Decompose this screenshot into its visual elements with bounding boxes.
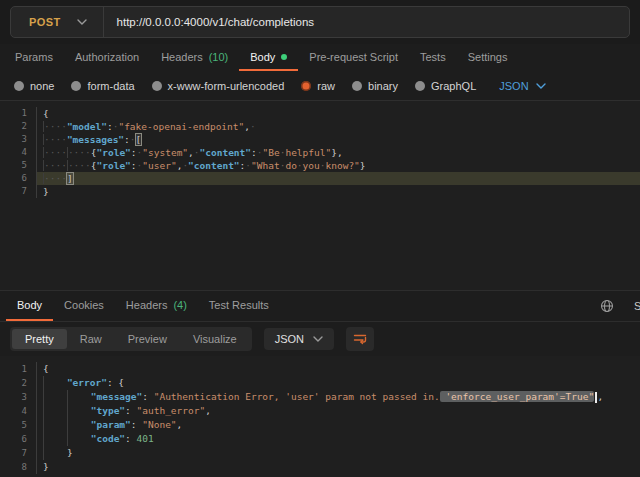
line-number: 3 xyxy=(0,133,36,146)
response-tab-label: Body xyxy=(17,299,42,311)
code-content: "param": "None", xyxy=(36,418,640,432)
line-number: 7 xyxy=(0,185,36,198)
body-type-graphql[interactable]: GraphQL xyxy=(415,80,476,92)
view-mode-switcher: PrettyRawPreviewVisualize xyxy=(10,327,252,351)
request-body-editor[interactable]: 1{2····"model":·"fake-openai-endpoint",·… xyxy=(0,100,640,290)
request-url-bar: POST http://0.0.0.0:4000/v1/chat/complet… xyxy=(0,0,640,44)
tab-count: (4) xyxy=(173,299,186,311)
chevron-down-icon xyxy=(536,83,546,89)
raw-language-select[interactable]: JSON xyxy=(499,80,545,92)
line-number: 4 xyxy=(0,404,36,418)
radio-icon xyxy=(301,81,311,91)
code-content: { xyxy=(36,362,640,376)
response-header: BodyCookiesHeaders(4)Test Results S xyxy=(0,290,640,322)
line-number: 5 xyxy=(0,418,36,432)
tab-label: Settings xyxy=(468,51,508,63)
body-type-raw[interactable]: raw xyxy=(301,80,335,92)
chevron-down-icon xyxy=(313,336,323,342)
view-mode-visualize[interactable]: Visualize xyxy=(180,329,250,349)
code-line: 6"code": 401 xyxy=(0,432,640,446)
view-mode-preview[interactable]: Preview xyxy=(115,329,180,349)
code-content: ········{"role":·"user",·"content":·"Wha… xyxy=(36,159,640,172)
radio-icon xyxy=(14,81,24,91)
response-language-label: JSON xyxy=(275,333,304,345)
view-mode-raw[interactable]: Raw xyxy=(67,329,115,349)
url-pill: POST http://0.0.0.0:4000/v1/chat/complet… xyxy=(10,6,630,38)
body-type-radios: noneform-datax-www-form-urlencodedrawbin… xyxy=(14,80,476,92)
line-number: 3 xyxy=(0,390,36,404)
tab-body[interactable]: Body xyxy=(239,44,298,71)
code-line: 7} xyxy=(0,446,640,460)
response-header-right xyxy=(600,291,634,321)
tab-label: Tests xyxy=(420,51,446,63)
tab-label: Authorization xyxy=(75,51,139,63)
code-content: } xyxy=(36,446,640,460)
code-line: 4········{"role":·"system",·"content":·"… xyxy=(0,146,640,159)
body-type-none[interactable]: none xyxy=(14,80,54,92)
radio-icon xyxy=(152,81,162,91)
code-content: ····"messages":·[ xyxy=(36,133,640,146)
line-number: 2 xyxy=(0,376,36,390)
response-tab-test-results[interactable]: Test Results xyxy=(198,291,280,321)
radio-icon xyxy=(352,81,362,91)
view-mode-pretty[interactable]: Pretty xyxy=(12,329,67,349)
tab-authorization[interactable]: Authorization xyxy=(64,44,150,71)
response-body-editor[interactable]: 1{2"error": {3"message": "Authentication… xyxy=(0,356,640,477)
code-line: 8} xyxy=(0,460,640,474)
body-type-label: form-data xyxy=(87,80,134,92)
tab-pre-request-script[interactable]: Pre-request Script xyxy=(298,44,409,71)
code-line: 2····"model":·"fake-openai-endpoint",· xyxy=(0,120,640,133)
response-tab-body[interactable]: Body xyxy=(6,291,53,321)
line-number: 5 xyxy=(0,159,36,172)
code-content: { xyxy=(36,107,640,120)
code-content: ····] xyxy=(36,172,640,185)
line-number: 2 xyxy=(0,120,36,133)
response-tab-label: Headers xyxy=(126,299,168,311)
code-content: } xyxy=(36,185,640,198)
line-number: 7 xyxy=(0,446,36,460)
method-selector[interactable]: POST xyxy=(11,7,103,37)
body-type-label: x-www-form-urlencoded xyxy=(168,80,285,92)
url-input[interactable]: http://0.0.0.0:4000/v1/chat/completions xyxy=(104,16,315,28)
selected-text: 'enforce_user_param'=True" xyxy=(440,391,594,402)
response-tab-cookies[interactable]: Cookies xyxy=(53,291,115,321)
code-content: "error": { xyxy=(36,376,640,390)
code-content: } xyxy=(36,460,640,474)
code-line: 1{ xyxy=(0,107,640,120)
tab-headers[interactable]: Headers(10) xyxy=(150,44,239,71)
body-type-binary[interactable]: binary xyxy=(352,80,398,92)
line-number: 6 xyxy=(0,172,36,185)
unsaved-dot-icon xyxy=(281,54,287,60)
tab-count: (10) xyxy=(209,51,229,63)
response-toolbar: PrettyRawPreviewVisualize JSON xyxy=(0,322,640,356)
body-type-row: noneform-datax-www-form-urlencodedrawbin… xyxy=(0,71,640,100)
raw-language-label: JSON xyxy=(499,80,528,92)
radio-icon xyxy=(415,81,425,91)
globe-icon[interactable] xyxy=(600,299,614,313)
tab-settings[interactable]: Settings xyxy=(457,44,519,71)
tab-label: Body xyxy=(250,51,275,63)
code-line: 1{ xyxy=(0,362,640,376)
body-type-form-data[interactable]: form-data xyxy=(71,80,134,92)
code-line: 3"message": "Authentication Error, 'user… xyxy=(0,390,640,404)
code-content: "message": "Authentication Error, 'user'… xyxy=(36,390,640,404)
response-tab-headers[interactable]: Headers(4) xyxy=(115,291,198,321)
wrap-text-button[interactable] xyxy=(346,327,374,351)
code-line: 2"error": { xyxy=(0,376,640,390)
response-tabs: BodyCookiesHeaders(4)Test Results xyxy=(6,291,280,321)
code-line: 3····"messages":·[ xyxy=(0,133,640,146)
tab-params[interactable]: Params xyxy=(4,44,64,71)
request-tabs: ParamsAuthorizationHeaders(10)BodyPre-re… xyxy=(0,44,640,71)
response-tab-label: Test Results xyxy=(209,299,269,311)
tab-tests[interactable]: Tests xyxy=(409,44,457,71)
code-content: ········{"role":·"system",·"content":·"B… xyxy=(36,146,640,159)
method-label: POST xyxy=(29,16,61,28)
response-language-select[interactable]: JSON xyxy=(264,328,334,350)
text-cursor xyxy=(595,392,597,403)
line-number: 1 xyxy=(0,362,36,376)
code-line: 6····] xyxy=(0,172,640,185)
line-number: 4 xyxy=(0,146,36,159)
postman-window: POST http://0.0.0.0:4000/v1/chat/complet… xyxy=(0,0,640,477)
body-type-x-www-form-urlencoded[interactable]: x-www-form-urlencoded xyxy=(152,80,285,92)
line-number: 8 xyxy=(0,460,36,474)
